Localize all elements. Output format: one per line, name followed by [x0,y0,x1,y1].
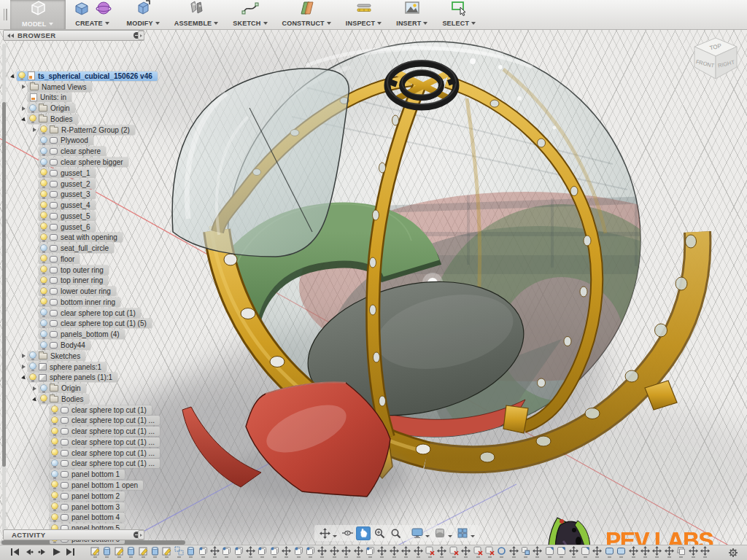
collapse-panel-icon[interactable] [7,34,15,38]
tree-item[interactable]: clear sphere top cut (1) ... [50,427,160,436]
browser-tree-row[interactable]: Bodies [9,394,160,405]
timeline-feature-move-icon[interactable] [700,546,710,558]
visibility-bulb-icon[interactable] [41,385,47,392]
zoom-icon[interactable] [372,526,387,540]
visibility-bulb-icon[interactable] [41,234,47,241]
browser-scrollbar[interactable] [2,44,6,534]
fit-icon[interactable] [388,526,403,540]
browser-tree-row[interactable]: floor [9,254,160,265]
tree-item[interactable]: Plywood [39,136,93,145]
browser-tree-row[interactable]: clear sphere top cut (1) [9,405,160,416]
visibility-bulb-icon[interactable] [52,460,58,467]
tree-item[interactable]: bottom inner ring [39,298,120,307]
visibility-bulb-icon[interactable] [52,481,58,489]
timeline-feature-delete-icon[interactable] [473,546,483,558]
visibility-bulb-icon[interactable] [41,223,47,230]
chevron-down-icon[interactable] [327,22,331,25]
visibility-bulb-icon[interactable] [41,320,47,327]
browser-tree-row[interactable]: clear sphere bigger [9,157,160,168]
browser-tree-row[interactable]: clear sphere [9,146,160,157]
tree-item[interactable]: panel bottom 4 [50,513,125,522]
visibility-bulb-icon[interactable] [52,503,58,510]
browser-tree-row[interactable]: sphere panels:1 [9,362,160,373]
visibility-bulb-icon[interactable] [41,309,47,316]
timeline-feature-move-icon[interactable] [330,546,339,558]
browser-tree-row[interactable]: Body44 [9,340,160,351]
toolbar-group-insert[interactable]: INSERT [389,0,435,29]
visibility-bulb-icon[interactable] [41,277,47,284]
browser-tree-row[interactable]: gusset_4 [9,200,160,211]
timeline-feature-extrude-icon[interactable] [126,546,136,558]
toolbar-group-model[interactable]: MODEL [10,0,66,29]
chevron-down-icon[interactable] [471,22,476,25]
tree-item[interactable]: clear sphere top cut (1) ... [50,448,160,458]
timeline-feature-sketch-icon[interactable] [115,546,124,558]
tree-item[interactable]: gusset_3 [39,190,96,199]
tree-item[interactable]: gusset_6 [39,222,96,232]
tree-item[interactable]: clear sphere top cut (1) ... [50,459,160,468]
browser-tree-row[interactable]: clear sphere top cut (1) ... [9,448,160,459]
expand-arrow-icon[interactable] [20,117,28,121]
toolbar-group-assemble[interactable]: ASSEMBLE [167,0,226,29]
browser-tree-row[interactable]: clear sphere top cut (1) (5) [9,319,160,330]
timeline-feature-move-icon[interactable] [652,546,662,558]
chevron-down-icon[interactable] [425,535,430,537]
toolbar-group-sketch[interactable]: SKETCH [225,0,274,29]
tree-item[interactable]: panel bottom 1 open [50,481,143,490]
visibility-bulb-icon[interactable] [41,298,47,306]
visibility-bulb-icon[interactable] [41,342,47,349]
timeline-feature-circle-icon[interactable] [497,546,506,558]
browser-tree-row[interactable]: clear sphere top cut (1) ... [9,437,160,448]
tree-item[interactable]: Origin [28,104,75,113]
tree-item[interactable]: gusset_2 [39,179,96,189]
browser-tree-row[interactable]: Origin [9,383,160,394]
visibility-bulb-icon[interactable] [41,126,47,133]
visibility-bulb-icon[interactable] [41,255,47,262]
timeline-feature-move-icon[interactable] [390,546,399,558]
tree-item[interactable]: clear sphere top cut (1) [39,308,141,318]
visibility-bulb-icon[interactable] [52,514,58,521]
tree-item[interactable]: clear sphere bigger [39,158,128,167]
visibility-bulb-icon[interactable] [30,105,36,112]
create-box-icon[interactable] [73,0,90,20]
browser-tree-row[interactable]: panel bottom 2 [9,491,160,502]
timeline-feature-sketch-icon[interactable] [162,546,171,558]
tree-item[interactable]: Body44 [39,341,90,350]
chevron-down-icon[interactable] [471,535,475,537]
browser-tree-row[interactable]: lower outer ring [9,286,160,297]
pan-icon[interactable] [356,526,371,540]
timeline-feature-snap-icon[interactable] [521,546,530,558]
timeline-feature-move-icon[interactable] [282,546,291,558]
browser-tree-row[interactable]: clear sphere top cut (1) ... [9,416,160,427]
visibility-bulb-icon[interactable] [52,406,58,413]
visibility-bulb-icon[interactable] [41,191,47,198]
chevron-down-icon[interactable] [49,23,53,26]
visibility-bulb-icon[interactable] [41,159,47,166]
tree-item[interactable]: R-Pattern2 Group (2) [39,125,135,135]
visibility-bulb-icon[interactable] [52,492,58,499]
visibility-bulb-icon[interactable] [41,266,47,273]
visibility-bulb-icon[interactable] [41,169,47,176]
browser-tree-row[interactable]: seat_full_circle [9,243,160,254]
display-icon[interactable] [410,526,425,540]
look-at-icon[interactable] [340,526,355,540]
tree-item[interactable]: clear sphere top cut (1) (5) [39,319,152,328]
timeline-feature-move-icon[interactable] [629,546,638,558]
visibility-bulb-icon[interactable] [52,417,58,424]
tree-item[interactable]: panel bottom 3 [50,502,125,512]
visibility-bulb-icon[interactable] [30,115,36,122]
timeline-feature-move-icon[interactable] [246,546,255,558]
sketch-spline-icon[interactable] [241,0,259,20]
expand-arrow-icon[interactable] [20,365,28,369]
activity-panel-bar[interactable]: ACTIVITY [3,529,144,540]
timeline-feature-copy-icon[interactable] [234,546,244,558]
visibility-bulb-icon[interactable] [52,471,58,478]
timeline-feature-move-icon[interactable] [401,546,411,558]
expand-arrow-icon[interactable] [9,74,17,78]
timeline-feature-move-icon[interactable] [592,546,602,558]
timeline-feature-move-icon[interactable] [665,546,674,558]
chevron-down-icon[interactable] [333,535,337,537]
timeline-settings-gear-icon[interactable] [728,548,738,560]
tree-item[interactable]: Bodies [39,394,89,404]
modify-presspull-icon[interactable] [134,0,152,20]
